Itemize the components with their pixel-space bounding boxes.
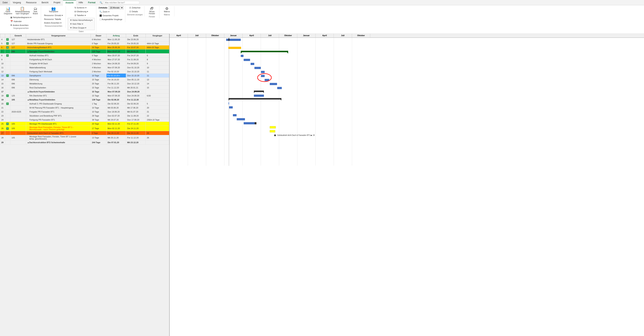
btn-tabellen[interactable]: ☰ Tabellen ▾ [73,14,89,17]
svg-rect-31 [254,95,264,97]
svg-rect-21 [250,63,254,65]
cell-dauer: 1 Tag [91,102,106,106]
month-header: Juli [188,34,206,38]
ribbon: Datei Vorgang Ressource Bericht Projekt … [0,0,644,34]
cell-vorgaenger: 8 [146,58,169,62]
row-icon-cell [5,135,10,140]
svg-rect-22 [254,67,261,69]
cell-dauer: 10 Tage [91,106,106,110]
tab-ressource[interactable]: Ressource [24,0,39,5]
btn-kalender[interactable]: 📅 Kalender [9,20,33,23]
btn-ressource-tabelle[interactable]: Ressource: Tabelle [43,18,64,21]
tab-projekt[interactable]: Projekt [51,0,63,5]
row-num: 26 [0,126,5,131]
gantt-bars-svg: 29.05.20 [170,38,370,166]
cell-gewerk [10,106,26,110]
row-num: 28 [0,135,5,140]
tab-format[interactable]: Format [86,0,98,5]
btn-gesamtes-projekt[interactable]: ⬛ Gesamtes Projekt [98,14,124,17]
row-num: 14 [0,78,5,82]
btn-netzplan[interactable]: ▦ Netzplandiagramm ▾ [9,16,33,19]
btn-makros[interactable]: ⚙ Makros [163,6,171,13]
row-icon-cell [5,66,10,70]
btn-ressource-einsatz[interactable]: Ressource: Einsatz ▾ [43,14,64,17]
cell-ende: Fre 21.08.20 [126,58,146,62]
btn-task-board[interactable]: 🗂 TaskBoard [31,6,40,15]
btn-andere-ansichten-r[interactable]: Andere Ansichten ▾ [43,21,64,25]
task-icon: T [6,122,9,125]
btn-arbeitsauslastung[interactable]: 📋 Arbeitsauslastungnach Vorgängen [14,6,31,15]
task-icon: T [6,127,9,130]
ribbon-content: 📊 Gantt-Diagramm 📋 Arbeitsauslastungnach… [0,5,644,34]
teamplaner-icon: 👥 [51,7,56,11]
cell-vorgaenger: 23EA-10 Tage [146,118,169,122]
tab-vorgang[interactable]: Vorgang [10,0,24,5]
btn-keine-hervorhebung[interactable]: ▼ Keine Hervorhebung ▾ [68,19,94,22]
zeitskala-select[interactable]: Tage [3] Monate Wochen Monate Quartale [108,6,124,9]
cell-gewerk [10,131,26,135]
row-icon-cell: T [5,54,10,58]
cell-name: Montage PR-Glasfassade BT1 [26,122,91,126]
cell-vorgaenger: 10 [146,66,169,70]
btn-gantt-diagramm[interactable]: 📊 Gantt-Diagramm [2,6,14,15]
month-header: April [242,34,261,38]
cell-dauer: 29 Tage [91,114,106,118]
tab-datei[interactable]: Datei [0,0,10,5]
svg-rect-41 [270,126,276,128]
btn-ausgewaehlte-vorgaenge[interactable]: ⬚ Ausgewählte Vorgänge [98,18,124,21]
btn-teamplaner[interactable]: 👥 Teamplaner [48,6,60,13]
cell-ende: Don 05.11.20 [126,78,146,82]
col-anfang: Anfang [106,34,126,38]
btn-zeitachse[interactable]: ☑ Zeitachse [128,6,142,10]
cell-vorgaenger: 20 [146,106,169,110]
ribbon-tabs: Datei Vorgang Ressource Bericht Projekt … [0,0,644,5]
table-row: 22 2020-0225 Freigabe PR-Fassaden BT1 10… [0,110,169,114]
cell-name: ▲Oberlicht Foyer/Umkleiden [26,90,91,94]
cell-name: ▲Dachkonstruktion BT2 Schwimmhalle [26,140,91,144]
cell-anfang: Die 02.06.20 [106,98,126,102]
btn-sortieren[interactable]: ⇅ Sortieren ▾ [73,6,89,10]
project-table: Gewerk Vorgangsname Dauer Anfang Ende Vo… [0,34,169,144]
row-num: 25 [0,122,5,126]
cell-dauer: 15 Tage [91,78,106,82]
search-input[interactable] [103,1,140,4]
cell-name: Fertigung Dach Werkstatt [26,70,91,74]
svg-rect-40 [254,122,256,124]
row-num: 4 [0,38,5,42]
cell-gewerk: 127 [10,38,26,42]
neues-fenster-icon: 🗗 [150,7,154,11]
svg-marker-14 [228,39,230,41]
cell-gewerk: 127 [10,42,26,46]
tab-hilfe[interactable]: Hilfe [76,0,86,5]
cell-anfang: Fre 29.05.20 [106,42,126,46]
cell-anfang: Die 24.11.20 [106,131,126,135]
btn-gliederung[interactable]: ⊟ Gliederung ▾ [73,10,89,13]
cell-dauer: 0 Tage [91,131,106,135]
cell-vorgaenger: 21 [146,110,169,114]
cell-dauer: 17 Tage [91,126,106,131]
cell-anfang-selected[interactable]: Fre 02.10.20 ▾ [106,74,126,78]
cell-ende: Die 11.08.20 [126,114,146,118]
row-num: 12 [0,70,5,74]
row-icon-cell [5,98,10,102]
btn-details[interactable]: ☑ Details [128,10,142,13]
cell-gewerk [10,114,26,118]
cell-vorgaenger: 26 [146,131,169,135]
tab-bericht[interactable]: Bericht [39,0,51,5]
btn-ohne-gruppe[interactable]: ▼ Ohne Gruppe ▾ [68,26,94,30]
search-icon: 🔍 [100,1,102,4]
cell-anfang: Fre 06.11.20 [106,82,126,86]
btn-neues-fenster[interactable]: 🗗 NeuesFenster [148,6,156,15]
tab-ansicht[interactable]: Ansicht [63,0,76,5]
btn-zoom[interactable]: 🔍 Zoom ▾ [98,10,124,14]
dropdown-arrow[interactable]: ▾ [119,75,120,77]
svg-marker-10 [228,38,230,39]
col-icon [5,34,10,38]
month-header: Oktober [352,34,370,38]
btn-kein-filter[interactable]: ▼ Kein Filter ▾ [68,22,94,26]
row-num: 23 [0,114,5,118]
btn-andere-ansichten-v[interactable]: ⊞ Andere Ansichten [9,23,33,27]
table-row: 18 T 125 RA-Oberlichter BT1 15 Tage Mon … [0,94,169,98]
cell-name: Montage Rest Fassaden, Fenster, Türen BT… [26,126,91,131]
cell-gewerk: 096 [10,74,26,78]
